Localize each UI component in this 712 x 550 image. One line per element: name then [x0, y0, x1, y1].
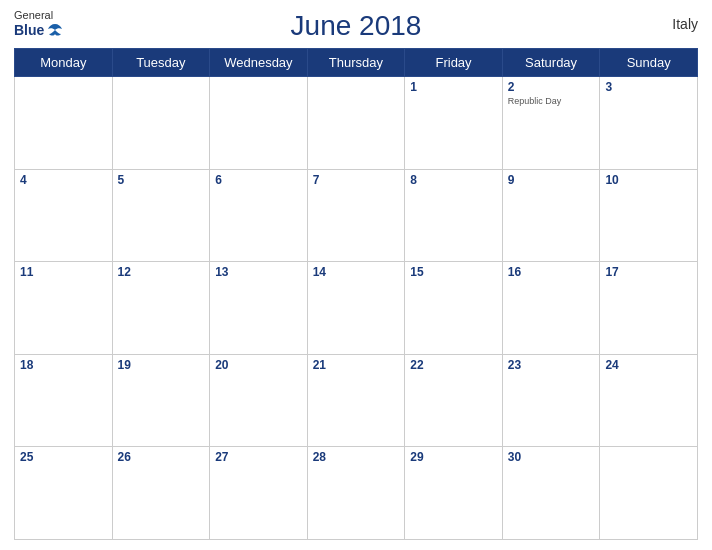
- day-number: 2: [508, 80, 595, 94]
- calendar-day-cell: 29: [405, 447, 503, 540]
- calendar-day-cell: 27: [210, 447, 308, 540]
- calendar-day-cell: [307, 77, 405, 170]
- calendar-day-cell: 11: [15, 262, 113, 355]
- calendar-table: Monday Tuesday Wednesday Thursday Friday…: [14, 48, 698, 540]
- calendar-day-cell: 3: [600, 77, 698, 170]
- logo-bird-icon: [46, 21, 64, 39]
- calendar-day-cell: 28: [307, 447, 405, 540]
- calendar-day-cell: [15, 77, 113, 170]
- header-monday: Monday: [15, 49, 113, 77]
- calendar-day-cell: 24: [600, 354, 698, 447]
- day-number: 15: [410, 265, 497, 279]
- calendar-day-cell: 16: [502, 262, 600, 355]
- calendar-day-cell: 2Republic Day: [502, 77, 600, 170]
- calendar-day-cell: 23: [502, 354, 600, 447]
- header-thursday: Thursday: [307, 49, 405, 77]
- logo-blue: Blue: [14, 21, 64, 39]
- day-number: 29: [410, 450, 497, 464]
- header-tuesday: Tuesday: [112, 49, 210, 77]
- day-number: 13: [215, 265, 302, 279]
- calendar-day-cell: 9: [502, 169, 600, 262]
- country-label: Italy: [672, 16, 698, 32]
- logo-general: General: [14, 10, 53, 21]
- holiday-label: Republic Day: [508, 96, 595, 107]
- day-number: 25: [20, 450, 107, 464]
- day-number: 10: [605, 173, 692, 187]
- calendar-day-cell: 7: [307, 169, 405, 262]
- day-number: 23: [508, 358, 595, 372]
- calendar-header: General Blue June 2018 Italy: [14, 10, 698, 42]
- day-number: 17: [605, 265, 692, 279]
- calendar-day-cell: 15: [405, 262, 503, 355]
- day-number: 11: [20, 265, 107, 279]
- calendar-week-row: 252627282930: [15, 447, 698, 540]
- day-number: 7: [313, 173, 400, 187]
- day-number: 9: [508, 173, 595, 187]
- calendar-day-cell: [210, 77, 308, 170]
- day-number: 4: [20, 173, 107, 187]
- day-number: 1: [410, 80, 497, 94]
- day-number: 24: [605, 358, 692, 372]
- calendar-day-cell: 17: [600, 262, 698, 355]
- day-number: 3: [605, 80, 692, 94]
- calendar-day-cell: [600, 447, 698, 540]
- calendar-day-cell: [112, 77, 210, 170]
- calendar-day-cell: 30: [502, 447, 600, 540]
- day-number: 8: [410, 173, 497, 187]
- weekday-header-row: Monday Tuesday Wednesday Thursday Friday…: [15, 49, 698, 77]
- calendar-day-cell: 13: [210, 262, 308, 355]
- day-number: 16: [508, 265, 595, 279]
- calendar-week-row: 45678910: [15, 169, 698, 262]
- calendar-day-cell: 21: [307, 354, 405, 447]
- calendar-week-row: 18192021222324: [15, 354, 698, 447]
- calendar-day-cell: 12: [112, 262, 210, 355]
- day-number: 12: [118, 265, 205, 279]
- logo: General Blue: [14, 10, 64, 39]
- calendar-day-cell: 14: [307, 262, 405, 355]
- calendar-day-cell: 25: [15, 447, 113, 540]
- calendar-day-cell: 1: [405, 77, 503, 170]
- calendar-day-cell: 22: [405, 354, 503, 447]
- calendar-title: June 2018: [291, 10, 422, 42]
- day-number: 28: [313, 450, 400, 464]
- calendar-day-cell: 8: [405, 169, 503, 262]
- day-number: 26: [118, 450, 205, 464]
- day-number: 14: [313, 265, 400, 279]
- day-number: 30: [508, 450, 595, 464]
- calendar-day-cell: 5: [112, 169, 210, 262]
- calendar-week-row: 12Republic Day3: [15, 77, 698, 170]
- calendar-day-cell: 6: [210, 169, 308, 262]
- calendar-day-cell: 18: [15, 354, 113, 447]
- calendar-day-cell: 10: [600, 169, 698, 262]
- header-friday: Friday: [405, 49, 503, 77]
- day-number: 6: [215, 173, 302, 187]
- calendar-day-cell: 4: [15, 169, 113, 262]
- day-number: 21: [313, 358, 400, 372]
- header-wednesday: Wednesday: [210, 49, 308, 77]
- calendar-week-row: 11121314151617: [15, 262, 698, 355]
- day-number: 20: [215, 358, 302, 372]
- day-number: 18: [20, 358, 107, 372]
- day-number: 19: [118, 358, 205, 372]
- header-sunday: Sunday: [600, 49, 698, 77]
- calendar-day-cell: 20: [210, 354, 308, 447]
- calendar-wrapper: General Blue June 2018 Italy Monday Tues…: [0, 0, 712, 550]
- calendar-day-cell: 19: [112, 354, 210, 447]
- calendar-day-cell: 26: [112, 447, 210, 540]
- day-number: 22: [410, 358, 497, 372]
- day-number: 27: [215, 450, 302, 464]
- calendar-body: 12Republic Day34567891011121314151617181…: [15, 77, 698, 540]
- day-number: 5: [118, 173, 205, 187]
- header-saturday: Saturday: [502, 49, 600, 77]
